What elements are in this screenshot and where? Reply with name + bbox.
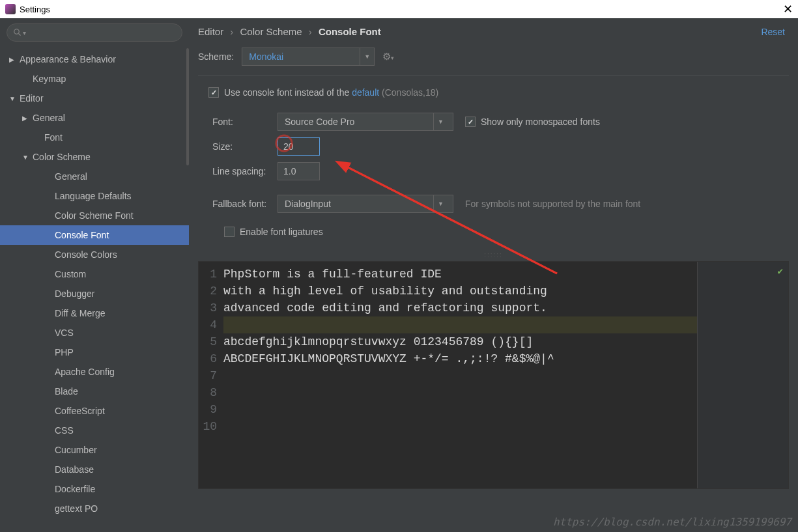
- app-body: ▾ ▶Appearance & Behavior▶Keymap▼Editor▶G…: [0, 18, 798, 532]
- tree-item[interactable]: ▶Dockerfile: [0, 479, 189, 499]
- tree-item[interactable]: ▶gettext PO: [0, 499, 189, 518]
- font-dropdown[interactable]: Source Code Pro ▼: [278, 113, 453, 131]
- tree-item[interactable]: ▶CSS: [0, 421, 189, 440]
- tree-item[interactable]: ▼Editor: [0, 89, 189, 108]
- tree-item[interactable]: ▶Cucumber: [0, 440, 189, 460]
- svg-point-0: [14, 29, 20, 35]
- tree-item-label: Keymap: [33, 74, 66, 84]
- chevron-down-icon: ▼: [22, 154, 30, 161]
- tree-item[interactable]: ▼Color Scheme: [0, 147, 189, 167]
- tree-item-label: Editor: [20, 93, 44, 104]
- tree-item[interactable]: ▶Language Defaults: [0, 186, 189, 206]
- tree-item[interactable]: ▶Blade: [0, 382, 189, 401]
- tree-item-label: CoffeeScript: [55, 406, 105, 416]
- tree-item[interactable]: ▶Console Colors: [0, 245, 189, 264]
- fallback-hint: For symbols not supported by the main fo…: [465, 199, 640, 209]
- use-console-text: Use console font instead of the: [224, 87, 349, 98]
- titlebar: Settings ✕: [0, 0, 798, 18]
- chevron-right-icon: ▶: [22, 115, 30, 122]
- resize-handle[interactable]: ::::::: [189, 249, 798, 261]
- tree-item-label: General: [55, 171, 87, 182]
- tree-item[interactable]: ▶CoffeeScript: [0, 401, 189, 421]
- tree-item-label: Blade: [55, 386, 78, 397]
- tree-item[interactable]: ▶Diff & Merge: [0, 303, 189, 323]
- tree-item[interactable]: ▶General: [0, 167, 189, 186]
- default-link[interactable]: default: [352, 87, 379, 98]
- tree-item-label: Console Font: [55, 230, 109, 240]
- tree-item-label: Font: [44, 132, 63, 143]
- chevron-down-icon: ▼: [433, 113, 448, 130]
- tree-item-label: CSS: [55, 425, 74, 436]
- tree-item[interactable]: ▶Apache Config: [0, 362, 189, 382]
- tree-item[interactable]: ▶Keymap: [0, 69, 189, 89]
- tree-item[interactable]: ▶Font: [0, 128, 189, 147]
- tree-item[interactable]: ▶VCS: [0, 323, 189, 343]
- tree-item-label: Dockerfile: [55, 484, 95, 494]
- crumb-color-scheme[interactable]: Color Scheme: [240, 26, 302, 37]
- tree-item[interactable]: ▶Database: [0, 460, 189, 479]
- window-title: Settings: [20, 5, 50, 14]
- tree-item-label: Debugger: [55, 288, 95, 299]
- tree-item-label: Appearance & Behavior: [20, 54, 116, 64]
- tree-item-label: Custom: [55, 269, 86, 279]
- crumb-console-font: Console Font: [319, 26, 381, 37]
- tree-item[interactable]: ▶PHP: [0, 343, 189, 362]
- close-icon[interactable]: ✕: [783, 2, 793, 16]
- tree-item[interactable]: ▶Color Scheme Font: [0, 206, 189, 225]
- use-console-font-checkbox[interactable]: [208, 87, 219, 98]
- font-label: Font:: [212, 117, 278, 127]
- preview-sidebar: ✔: [697, 262, 788, 488]
- tree-item-label: PHP: [55, 347, 74, 357]
- tree-item[interactable]: ▶Custom: [0, 264, 189, 284]
- divider: [198, 75, 789, 76]
- tree-item-label: Color Scheme: [33, 152, 91, 162]
- chevron-down-icon: ▼: [360, 48, 374, 65]
- crumb-editor[interactable]: Editor: [198, 26, 223, 37]
- chevron-down-icon: ▾: [23, 29, 26, 36]
- scheme-label: Scheme:: [198, 51, 234, 62]
- tree-item[interactable]: ▶General: [0, 108, 189, 128]
- monospaced-label: Show only monospaced fonts: [481, 117, 600, 127]
- tree-item-label: Cucumber: [55, 445, 97, 455]
- tree-item-label: Diff & Merge: [55, 308, 106, 318]
- tree-item[interactable]: ▶Console Font: [0, 225, 189, 245]
- watermark: https://blog.csdn.net/lixing1359199697: [553, 516, 791, 528]
- main-panel: Editor › Color Scheme › Console Font Res…: [189, 18, 798, 532]
- tree-item-label: Language Defaults: [55, 191, 132, 201]
- reset-link[interactable]: Reset: [761, 27, 785, 37]
- chevron-down-icon: ▼: [9, 95, 17, 102]
- check-icon: ✔: [778, 266, 783, 277]
- chevron-right-icon: ▶: [9, 56, 17, 63]
- svg-line-1: [19, 34, 21, 36]
- fallback-dropdown[interactable]: DialogInput ▼: [278, 195, 453, 213]
- monospaced-checkbox[interactable]: [465, 117, 476, 127]
- font-value: Source Code Pro: [278, 117, 433, 127]
- breadcrumb: Editor › Color Scheme › Console Font: [198, 26, 381, 37]
- search-input[interactable]: ▾: [7, 23, 182, 42]
- search-icon: [14, 29, 21, 36]
- app-icon: [5, 4, 16, 14]
- ligatures-label: Enable font ligatures: [240, 227, 323, 237]
- line-spacing-input[interactable]: [278, 162, 320, 180]
- line-spacing-label: Line spacing:: [212, 166, 278, 176]
- settings-tree: ▶Appearance & Behavior▶Keymap▼Editor▶Gen…: [0, 47, 189, 532]
- tree-item-label: Apache Config: [55, 367, 115, 377]
- tree-item-label: Color Scheme Font: [55, 210, 134, 221]
- preview-panel: 12345678910 PhpStorm is a full-featured …: [198, 261, 789, 489]
- fallback-value: DialogInput: [278, 199, 433, 209]
- scheme-dropdown[interactable]: Monokai ▼: [242, 48, 375, 66]
- tree-item[interactable]: ▶Debugger: [0, 284, 189, 303]
- default-hint: (Consolas,18): [382, 87, 438, 98]
- size-label: Size:: [212, 141, 278, 152]
- fallback-label: Fallback font:: [212, 199, 278, 209]
- size-input[interactable]: [278, 137, 320, 156]
- gear-icon[interactable]: ⚙▾: [382, 51, 394, 63]
- scrollbar[interactable]: [186, 48, 189, 165]
- sidebar: ▾ ▶Appearance & Behavior▶Keymap▼Editor▶G…: [0, 18, 189, 532]
- tree-item-label: gettext PO: [55, 503, 98, 514]
- tree-item[interactable]: ▶Appearance & Behavior: [0, 49, 189, 69]
- ligatures-checkbox[interactable]: [224, 227, 235, 237]
- gutter: 12345678910: [199, 262, 221, 488]
- tree-item-label: Database: [55, 464, 94, 475]
- code-preview: PhpStorm is a full-featured IDE with a h…: [221, 262, 697, 488]
